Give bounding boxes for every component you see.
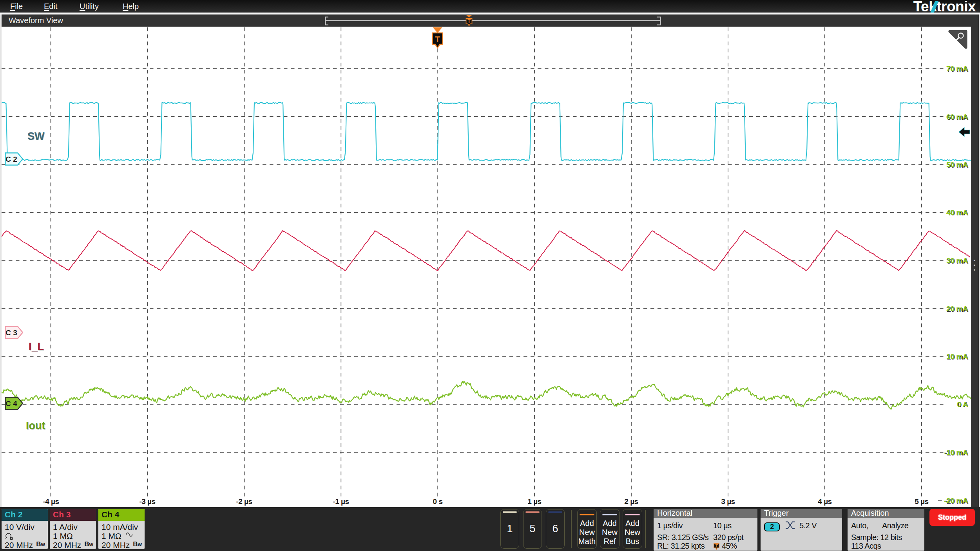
svg-text:T: T xyxy=(716,544,718,548)
svg-text:C 4: C 4 xyxy=(5,399,17,408)
svg-text:T: T xyxy=(435,34,440,44)
svg-text:C 2: C 2 xyxy=(5,155,17,163)
svg-text:T: T xyxy=(467,18,471,24)
svg-text:C 3: C 3 xyxy=(5,329,17,337)
